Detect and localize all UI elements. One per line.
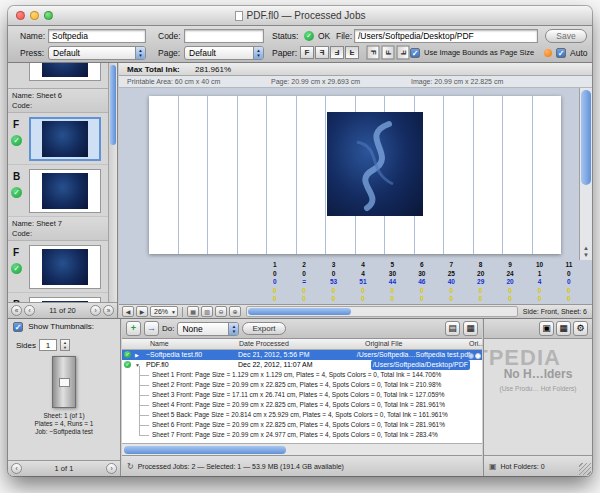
sidebar-scrollbar[interactable] [108,63,117,302]
paper-orientation-button[interactable]: F [300,46,314,59]
ink-grid-cell: 0 [260,287,289,296]
zoom-select[interactable]: 26% ▼ [150,306,178,317]
thumbnail-view-button[interactable]: ▦ [463,321,478,336]
job-date-processed: Dec 22, 2012, 11:07 AM [238,360,313,370]
scroll-down-icon[interactable]: ▼ [580,252,592,259]
next-sheet-button[interactable]: › [90,305,101,316]
hot-folder-view-button[interactable]: ▦ [556,321,571,336]
job-row[interactable]: ✓▶~Softpedia test.fl0Dec 21, 2012, 5:56 … [122,350,482,360]
add-job-button[interactable]: + [126,321,141,336]
scrollbar-thumb[interactable] [581,90,591,185]
press-select[interactable]: Default ▲▼ [48,46,146,60]
job-sheet-pager: ‹ 1 of 1 › [8,460,120,476]
resize-grip[interactable] [579,463,591,475]
zoom-out-button[interactable]: ⊖ [215,306,227,317]
name-input[interactable] [48,29,146,43]
sheet-thumbnail[interactable] [29,169,101,213]
prev-button[interactable]: ‹ [11,463,22,474]
paper-orientation-button[interactable]: F [367,46,380,60]
max-ink-label: Max Total Ink: [127,63,180,76]
column-header-ori[interactable]: Ori... [469,339,484,349]
jobs-table-header[interactable]: Name Date Processed Original File Ori... [122,339,482,350]
sheet-thumbnail[interactable] [29,63,101,81]
sheet-detail-row[interactable]: Sheet 6 Front: Page Size = 20.99 cm x 22… [122,420,482,430]
scrollbar-thumb[interactable] [124,446,286,454]
sheet-thumbnail-row[interactable]: B✓ [8,165,108,217]
ink-grid-cell: 25 [437,270,466,279]
scrollbar-thumb[interactable] [248,308,351,315]
page-next-button[interactable]: ▶ [136,306,148,317]
use-image-bounds-label: Use Image Bounds as Page Size [424,45,534,61]
auto-checkbox[interactable]: ✓ [556,48,566,58]
paper-orientation-button[interactable]: F [382,46,395,60]
use-image-bounds-checkbox[interactable]: ✓ [410,48,420,58]
sides-stepper[interactable]: ▲ ▼ [60,339,70,351]
preview-canvas[interactable] [119,88,579,260]
sheet-name-label: Name: Sheet 7 [12,219,104,229]
sheet-detail-row[interactable]: Sheet 3 Front: Page Size = 17.11 cm x 26… [122,390,482,400]
prev-sheet-button[interactable]: ‹ [24,305,35,316]
ink-grid-cell: 0 [319,295,348,304]
scrollbar-thumb[interactable] [110,65,116,145]
popup-arrows-icon: ▲▼ [228,323,238,335]
stepper-down-icon[interactable]: ▼ [61,345,69,350]
sheet-detail-text: Sheet 7 Front: Page Size = 20.99 cm x 24… [152,430,438,440]
zoom-in-button[interactable]: ⊕ [229,306,241,317]
save-button[interactable]: Save [545,29,587,43]
sheet-thumbnail-row[interactable]: F✓ [8,113,108,165]
ink-grid-column-numbers: 1234567891011121314 [260,261,592,270]
ink-grid-cell: 0 [525,295,554,304]
column-header-date[interactable]: Date Processed [239,339,289,349]
paper-orientation-button[interactable]: F [315,46,329,59]
sheet-thumbnail-row[interactable]: F✓ [8,241,108,293]
page-prev-button[interactable]: ◀ [122,306,134,317]
paper-orientation-button[interactable]: F [345,46,359,59]
sheet-detail-row[interactable]: Sheet 5 Back: Page Size = 20.814 cm x 25… [122,410,482,420]
paper-orientation-button[interactable]: F [330,46,344,59]
page-view-button[interactable]: ▥ [201,306,213,317]
imposition-column [208,96,238,254]
list-view-button[interactable]: ▤ [445,321,460,336]
sheet-thumbnail[interactable] [29,245,101,289]
last-sheet-button[interactable]: » [103,305,114,316]
preview-hscrollbar[interactable] [246,306,518,317]
paper-orientation-button[interactable]: F [397,46,410,60]
do-select[interactable]: None ▲▼ [177,322,239,336]
titlebar[interactable]: PDF.fl0 — Processed Jobs [8,6,592,26]
disclosure-triangle-icon[interactable]: ▶ [135,350,139,360]
jobs-hscrollbar[interactable] [122,443,482,455]
code-input[interactable] [184,29,264,43]
next-button[interactable]: › [106,463,117,474]
ink-grid-cell: 0 [289,270,318,279]
press-sheet-thumbnail[interactable] [52,356,76,408]
sheet-detail-row[interactable]: Sheet 2 Front: Page Size = 20.99 cm x 22… [122,380,482,390]
scroll-up-icon[interactable]: ▲ [580,245,592,252]
sides-value[interactable]: 1 [39,339,57,351]
partial-thumbnail-row[interactable] [8,63,108,89]
column-header-name[interactable]: Name [150,339,169,349]
file-path-field[interactable]: /Users/Softpedia/Desktop/PDF [354,29,538,43]
sheet-detail-text: Sheet 1 Front: Page Size = 1.129 cm x 1.… [152,370,441,380]
sheet-detail-row[interactable]: Sheet 1 Front: Page Size = 1.129 cm x 1.… [122,370,482,380]
export-button[interactable]: Export [242,322,285,335]
show-thumbnails-checkbox[interactable]: ✓ [13,322,23,332]
job-row[interactable]: ✓▼PDF.fl0Dec 22, 2012, 11:07 AM/Users/So… [122,360,482,370]
scrollbar-arrows[interactable]: ▲ ▼ [580,245,592,259]
sheet-detail-row[interactable]: Sheet 7 Front: Page Size = 20.99 cm x 24… [122,430,482,440]
sheet-detail-row[interactable]: Sheet 4 Front: Page Size = 20.99 cm x 22… [122,400,482,410]
grid-view-button[interactable]: ▦ [187,306,199,317]
minimize-button[interactable] [30,11,39,20]
process-job-button[interactable]: → [144,321,159,336]
close-button[interactable] [16,11,25,20]
sheet-thumbnail[interactable] [29,117,101,161]
column-header-file[interactable]: Original File [365,339,402,349]
sheet-thumbnail-row[interactable]: B✓ [8,293,108,302]
hot-folder-add-button[interactable]: ▣ [539,321,554,336]
sheet-code-label: Code: [12,229,104,239]
ink-grid-cell: 40 [437,278,466,287]
zoom-window-button[interactable] [44,11,53,20]
first-sheet-button[interactable]: « [11,305,22,316]
preview-vscrollbar[interactable]: ▲ ▼ [579,88,592,260]
hot-folder-settings-button[interactable]: ⚙ [573,321,588,336]
page-select[interactable]: Default ▲▼ [184,46,264,60]
